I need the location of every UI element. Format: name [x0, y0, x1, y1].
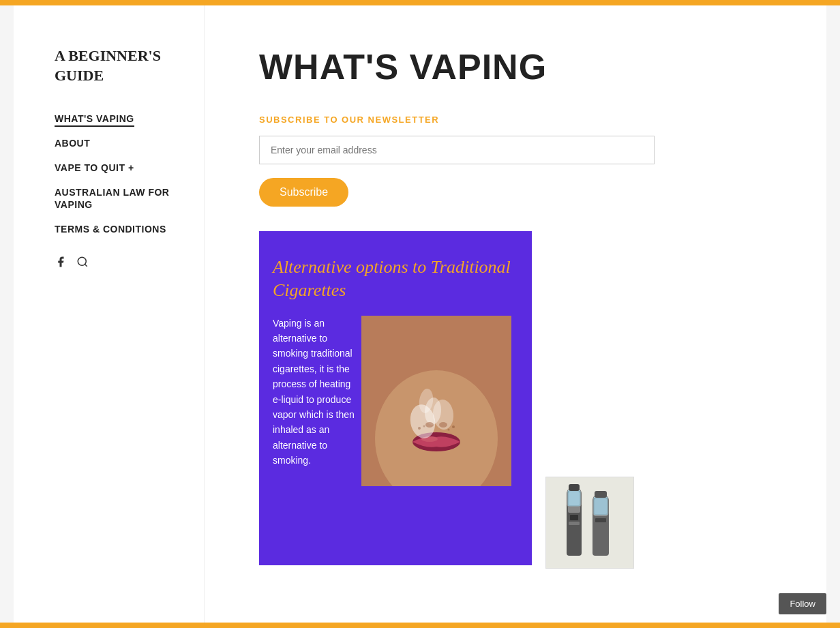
search-icon[interactable] [76, 256, 89, 271]
subscribe-button[interactable]: Subscribe [259, 178, 348, 207]
svg-rect-25 [595, 518, 606, 522]
nav-link-about[interactable]: ABOUT [55, 138, 90, 149]
svg-rect-28 [569, 484, 580, 491]
svg-line-1 [85, 265, 87, 267]
newsletter-label: SUBSCRIBE TO OUR NEWSLETTER [259, 115, 785, 125]
nav-link-vape-to-quit[interactable]: VAPE TO QUIT + [55, 162, 134, 173]
social-icons [55, 256, 183, 271]
facebook-icon[interactable] [55, 256, 67, 271]
svg-point-13 [423, 425, 425, 427]
svg-rect-19 [570, 515, 578, 520]
svg-point-0 [78, 257, 86, 265]
svg-rect-20 [569, 522, 580, 525]
svg-point-12 [418, 427, 421, 430]
nav-menu: WHAT'S VAPING ABOUT VAPE TO QUIT + AUSTR… [55, 113, 183, 235]
nav-link-australian-law[interactable]: AUSTRALIAN LAW FOR VAPING [55, 187, 169, 210]
email-input[interactable] [259, 136, 655, 164]
nav-item-about[interactable]: ABOUT [55, 137, 183, 149]
card-headline: Alternative options to Traditional Cigar… [273, 256, 511, 302]
svg-rect-27 [595, 498, 607, 514]
main-card: Alternative options to Traditional Cigar… [259, 231, 532, 565]
top-orange-bar [0, 0, 840, 5]
card-text-area: Alternative options to Traditional Cigar… [259, 231, 532, 500]
nav-link-whats-vaping[interactable]: WHAT'S VAPING [55, 113, 134, 127]
card-image [361, 316, 511, 486]
svg-point-11 [439, 422, 447, 428]
svg-rect-29 [595, 491, 607, 498]
nav-link-terms[interactable]: TERMS & CONDITIONS [55, 224, 166, 235]
follow-button[interactable]: Follow [779, 593, 826, 614]
svg-point-10 [425, 422, 434, 428]
page-title: WHAT'S VAPING [259, 46, 785, 87]
nav-item-terms[interactable]: TERMS & CONDITIONS [55, 223, 183, 235]
card-body-text: Vaping is an alternative to smoking trad… [273, 316, 361, 486]
svg-point-15 [448, 428, 450, 430]
nav-item-australian-law[interactable]: AUSTRALIAN LAW FOR VAPING [55, 186, 183, 211]
svg-point-14 [452, 425, 455, 428]
nav-item-vape-to-quit[interactable]: VAPE TO QUIT + [55, 162, 183, 174]
svg-rect-16 [546, 477, 634, 569]
main-content: WHAT'S VAPING SUBSCRIBE TO OUR NEWSLETTE… [205, 5, 826, 623]
sidebar: A BEGINNER'S GUIDE WHAT'S VAPING ABOUT V… [14, 5, 205, 623]
card-section: Alternative options to Traditional Cigar… [259, 231, 785, 569]
right-thumbnail [545, 477, 634, 569]
svg-rect-22 [569, 491, 580, 505]
nav-item-whats-vaping[interactable]: WHAT'S VAPING [55, 113, 183, 125]
card-body-row: Vaping is an alternative to smoking trad… [273, 316, 511, 486]
site-title: A BEGINNER'S GUIDE [55, 46, 183, 85]
